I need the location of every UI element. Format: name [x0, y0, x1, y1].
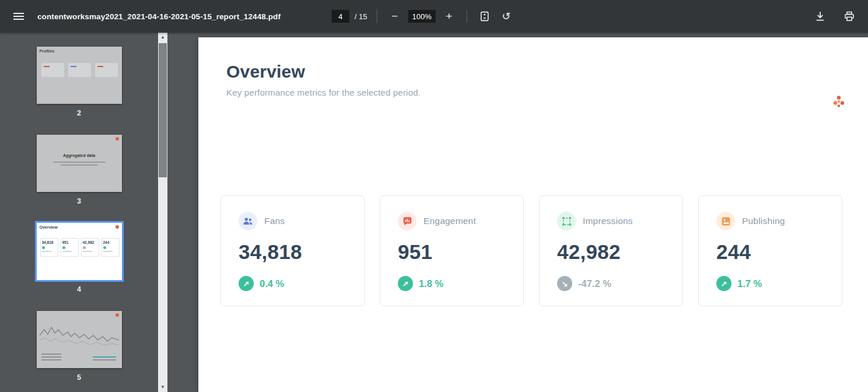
pdf-toolbar: contentworksmay2021_2021-04-16-2021-05-1… [0, 0, 868, 33]
toolbar-divider [376, 10, 377, 23]
metric-cards-row: Fans 34,818 ↗ 0.4 % [198, 195, 868, 306]
mini-logo-icon [116, 225, 119, 229]
pdf-viewport: Overview Key performance metrics for the… [167, 33, 868, 392]
rotate-icon[interactable]: ↺ [498, 8, 514, 24]
metric-change: ↗ 0.4 % [239, 276, 346, 291]
scroll-up-icon[interactable]: ▲ [158, 33, 167, 42]
menu-icon[interactable] [8, 6, 29, 27]
scrollbar-thumb[interactable] [159, 43, 167, 177]
trend-up-icon: ↗ [398, 276, 413, 291]
metric-change: ↗ 1.7 % [716, 276, 824, 291]
page-count: / 15 [355, 12, 368, 21]
sidebar-scrollbar[interactable]: ▲ ▼ [158, 33, 167, 392]
metric-change: ↗ 1.8 % [398, 276, 506, 291]
page-title: Overview [226, 62, 840, 82]
metric-card-fans: Fans 34,818 ↗ 0.4 % [220, 195, 365, 306]
thumbnail-page-4-selected[interactable]: Overview 34,818 951 42,982 244 4 [37, 223, 122, 293]
page-subtitle: Key performance metrics for the selected… [226, 88, 840, 97]
thumbnail-page-number: 3 [37, 197, 122, 205]
thumbnail-page-number: 5 [37, 373, 122, 382]
zoom-level-input[interactable]: 100% [408, 10, 435, 23]
metric-label: Impressions [583, 216, 633, 226]
metric-change: ↘ -47.2 % [557, 276, 665, 291]
metric-card-impressions: Impressions 42,982 ↘ -47.2 % [539, 195, 683, 306]
scroll-down-icon[interactable]: ▼ [158, 383, 167, 392]
image-icon [716, 212, 735, 230]
mini-logo-icon [116, 313, 119, 317]
trend-up-icon: ↗ [716, 276, 732, 291]
metric-value: 42,982 [557, 240, 665, 264]
pdf-page-4: Overview Key performance metrics for the… [198, 37, 868, 392]
metric-label: Publishing [742, 216, 785, 226]
toolbar-center-controls: 4 / 15 − 100% + ↺ [332, 0, 514, 33]
selection-frame-icon [557, 212, 576, 230]
toolbar-divider [467, 10, 467, 23]
toolbar-right-controls [812, 8, 860, 24]
page-number-input[interactable]: 4 [332, 10, 349, 23]
metric-value: 951 [398, 240, 506, 264]
trend-up-icon: ↗ [239, 276, 254, 291]
users-icon [239, 212, 257, 230]
zoom-in-button[interactable]: + [441, 8, 457, 24]
chat-chart-icon [398, 212, 416, 230]
trend-down-icon: ↘ [557, 276, 572, 291]
scrollbar-track[interactable] [158, 42, 167, 383]
document-filename: contentworksmay2021_2021-04-16-2021-05-1… [37, 12, 281, 21]
download-icon[interactable] [812, 8, 828, 24]
thumbnail-page-2[interactable]: Profiles 2 [37, 47, 122, 117]
report-header: Overview Key performance metrics for the… [198, 37, 868, 97]
thumbnail-page-3[interactable]: Aggregated data 3 [37, 135, 122, 205]
thumbnail-page-number: 4 [37, 285, 122, 293]
thumbnail-sidebar: Profiles 2 Aggregated data 3 [0, 33, 158, 392]
mini-chart-lines [38, 319, 120, 349]
contentworks-logo-icon [832, 94, 846, 108]
metric-value: 34,818 [239, 240, 346, 264]
thumbnail-page-5[interactable]: 5 [37, 311, 122, 382]
thumbnail-page-number: 2 [37, 109, 122, 117]
metric-value: 244 [716, 240, 824, 264]
zoom-out-button[interactable]: − [386, 8, 402, 24]
print-icon[interactable] [841, 8, 858, 24]
metric-card-publishing: Publishing 244 ↗ 1.7 % [698, 195, 842, 306]
metric-label: Fans [264, 216, 285, 226]
mini-logo-icon [116, 137, 119, 141]
metric-label: Engagement [424, 216, 476, 226]
fit-to-page-icon[interactable] [477, 8, 493, 24]
pdf-viewer-window: contentworksmay2021_2021-04-16-2021-05-1… [0, 0, 868, 392]
metric-card-engagement: Engagement 951 ↗ 1.8 % [380, 195, 524, 306]
